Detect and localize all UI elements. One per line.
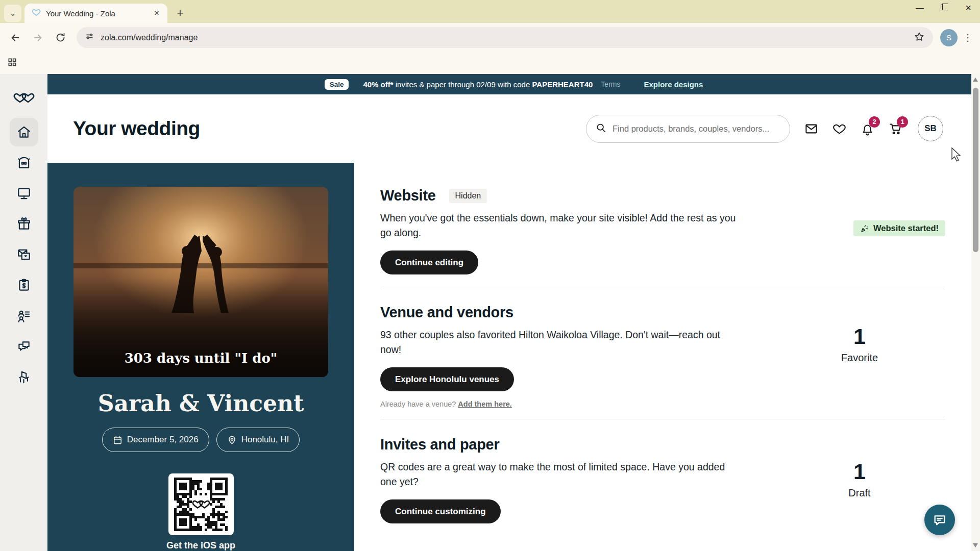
seating-chair-icon xyxy=(16,369,32,385)
sidebar-item-registry[interactable] xyxy=(10,210,38,238)
tab-search-chevron-icon[interactable]: ⌄ xyxy=(4,5,21,22)
venue-description: 93 other couples also favorited Hilton W… xyxy=(380,328,743,357)
banner-offer-bold: 40% off* xyxy=(363,80,393,89)
zola-sidebar xyxy=(0,74,47,551)
browser-menu-icon[interactable]: ⋮ xyxy=(962,32,974,43)
drafts-label: Draft xyxy=(819,487,900,499)
website-section-title: Website xyxy=(380,187,436,204)
site-header: Your wedding xyxy=(47,94,980,163)
wedding-date: December 5, 2026 xyxy=(127,435,199,445)
search-icon xyxy=(596,122,606,135)
url-text[interactable]: zola.com/wedding/manage xyxy=(101,33,908,42)
browser-toolbar: zola.com/wedding/manage S ⋮ xyxy=(0,23,980,52)
continue-customizing-button[interactable]: Continue customizing xyxy=(380,499,501,523)
sidebar-item-venues[interactable] xyxy=(10,148,38,177)
account-avatar[interactable]: SB xyxy=(918,116,943,141)
get-ios-app-label[interactable]: Get the iOS app xyxy=(166,540,235,551)
continue-editing-button[interactable]: Continue editing xyxy=(380,251,478,274)
wedding-date-pill[interactable]: December 5, 2026 xyxy=(102,428,209,452)
favorites-button[interactable] xyxy=(832,122,846,136)
forward-button[interactable] xyxy=(29,29,47,47)
location-pin-icon xyxy=(227,435,237,445)
wedding-hero-panel: 303 days until "I do" Sarah & Vincent De… xyxy=(47,163,354,551)
notifications-button[interactable]: 2 xyxy=(861,122,874,136)
search-input[interactable] xyxy=(612,124,780,134)
invites-envelope-icon xyxy=(16,247,32,262)
sidebar-item-seating[interactable] xyxy=(10,363,38,391)
banner-explore-designs-link[interactable]: Explore designs xyxy=(644,80,703,89)
invites-section: Invites and paper QR codes are a great w… xyxy=(380,419,945,551)
new-tab-button[interactable]: + xyxy=(173,6,188,21)
qr-hearts-logo xyxy=(192,498,210,511)
banner-offer-text: invites & paper through 02/09 with code xyxy=(394,80,532,89)
vertical-scrollbar[interactable] xyxy=(971,74,980,551)
address-bar[interactable]: zola.com/wedding/manage xyxy=(77,27,933,48)
website-description: When you've got the essentials down, mak… xyxy=(380,211,743,240)
banner-promo-code: PAPERHEART40 xyxy=(532,80,593,89)
countdown-text: 303 days until "I do" xyxy=(74,350,328,366)
tab-title: Your Wedding - Zola xyxy=(46,9,146,18)
sidebar-item-invites[interactable] xyxy=(10,240,38,269)
site-info-icon[interactable] xyxy=(85,32,94,43)
registry-gift-icon xyxy=(16,216,32,232)
apps-grid-icon[interactable] xyxy=(7,57,17,69)
wedding-location-pill[interactable]: Honolulu, HI xyxy=(216,428,300,452)
sidebar-item-budget[interactable] xyxy=(10,271,38,299)
scrollbar-thumb[interactable] xyxy=(973,88,978,252)
window-close-button[interactable]: × xyxy=(962,2,975,14)
cart-count-badge: 1 xyxy=(897,116,908,128)
sale-badge: Sale xyxy=(325,79,349,90)
ios-app-qr-code xyxy=(168,473,234,535)
browser-tab[interactable]: Your Wedding - Zola × xyxy=(24,4,167,23)
banner-terms-link[interactable]: Terms xyxy=(601,80,620,88)
explore-venues-button[interactable]: Explore Honolulu venues xyxy=(380,367,514,391)
website-started-text: Website started! xyxy=(873,223,939,233)
tab-favicon-heart-icon xyxy=(32,8,41,19)
sidebar-item-guest-list[interactable] xyxy=(10,302,38,330)
sidebar-item-website[interactable] xyxy=(10,179,38,208)
favorites-count: 1 xyxy=(819,324,900,349)
envelope-icon xyxy=(804,122,818,136)
drafts-count: 1 xyxy=(819,459,900,484)
venue-footnote: Already have a venue? xyxy=(380,400,456,408)
couple-names: Sarah & Vincent xyxy=(98,390,304,416)
window-restore-button[interactable] xyxy=(941,5,947,11)
venue-icon xyxy=(16,155,32,170)
browser-profile-avatar[interactable]: S xyxy=(940,29,958,46)
bookmarks-bar xyxy=(0,52,980,74)
refresh-button[interactable] xyxy=(51,29,69,47)
guest-list-icon xyxy=(16,308,32,323)
scrollbar-down-icon[interactable] xyxy=(973,543,978,547)
calendar-icon xyxy=(113,435,122,445)
website-monitor-icon xyxy=(16,186,32,201)
website-started-badge: Website started! xyxy=(853,220,945,236)
notification-count-badge: 2 xyxy=(869,116,880,128)
invites-section-title: Invites and paper xyxy=(380,436,499,453)
venue-section: Venue and vendors 93 other couples also … xyxy=(380,287,945,419)
couple-photo: 303 days until "I do" xyxy=(74,187,328,377)
sidebar-item-community[interactable] xyxy=(10,332,38,361)
drafts-stat: 1 Draft xyxy=(819,459,900,499)
scrollbar-up-icon[interactable] xyxy=(973,78,978,82)
favorites-label: Favorite xyxy=(819,352,900,364)
tab-close-icon[interactable]: × xyxy=(151,8,162,19)
add-venue-link[interactable]: Add them here. xyxy=(458,400,512,408)
live-chat-button[interactable] xyxy=(924,505,955,535)
home-icon xyxy=(16,124,32,140)
favorites-stat: 1 Favorite xyxy=(819,324,900,364)
community-chat-icon xyxy=(16,339,32,354)
promo-banner: Sale 40% off* invites & paper through 02… xyxy=(47,74,980,94)
page-title: Your wedding xyxy=(73,117,200,140)
confetti-icon xyxy=(860,224,869,233)
bookmark-star-icon[interactable] xyxy=(914,31,925,44)
tab-strip: ⌄ Your Wedding - Zola × + — × xyxy=(0,0,980,23)
back-button[interactable] xyxy=(6,29,24,47)
chat-bubble-icon xyxy=(933,513,947,527)
search-bar[interactable] xyxy=(586,115,790,143)
sidebar-item-home[interactable] xyxy=(10,118,38,146)
window-minimize-button[interactable]: — xyxy=(913,4,926,13)
zola-hearts-logo[interactable] xyxy=(10,83,38,111)
invites-description: QR codes are a great way to make the mos… xyxy=(380,460,743,489)
messages-button[interactable] xyxy=(804,122,818,136)
cart-button[interactable]: 1 xyxy=(889,122,902,136)
